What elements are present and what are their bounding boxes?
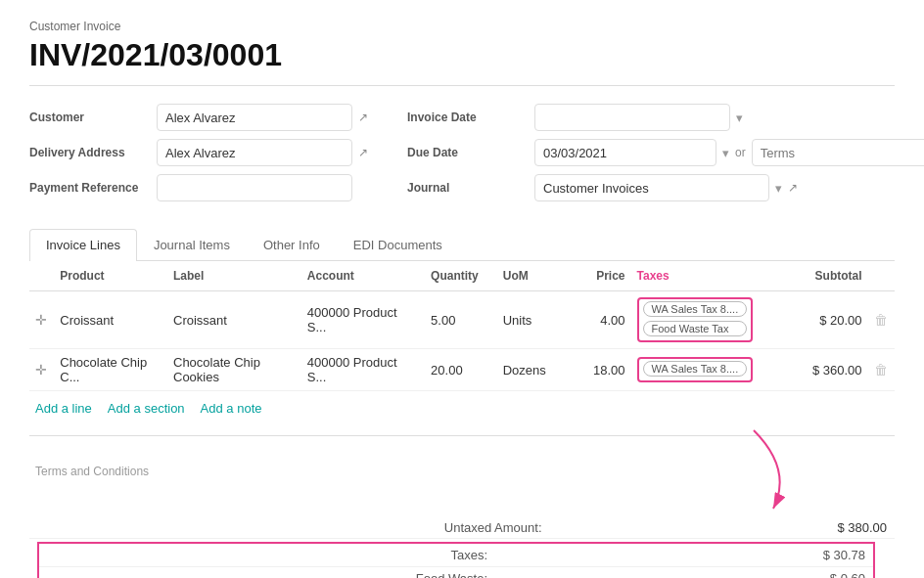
- delivery-input[interactable]: [157, 139, 352, 166]
- journal-label: Journal: [407, 181, 534, 195]
- journal-ext-link[interactable]: ↗: [788, 181, 798, 195]
- invoice-date-dropdown[interactable]: ▾: [736, 111, 743, 125]
- customer-input[interactable]: [157, 104, 352, 131]
- product-2[interactable]: Chocolate Chip C...: [54, 349, 167, 391]
- customer-label: Customer: [29, 111, 157, 124]
- food-waste-label: Food Waste:: [38, 567, 507, 579]
- taxes-total-value: $ 30.78: [507, 543, 874, 567]
- taxes-2[interactable]: WA Sales Tax 8....: [631, 349, 775, 391]
- payment-ref-input[interactable]: [157, 174, 352, 201]
- due-date-label: Due Date: [407, 146, 534, 159]
- price-2[interactable]: 18.00: [569, 349, 630, 391]
- col-header-account: Account: [301, 261, 425, 291]
- drag-handle-1[interactable]: ✛: [35, 312, 47, 328]
- delete-row-1[interactable]: 🗑: [874, 312, 888, 328]
- tab-other-info[interactable]: Other Info: [247, 229, 337, 260]
- col-header-product: Product: [54, 261, 167, 291]
- tab-journal-items[interactable]: Journal Items: [137, 229, 247, 260]
- delivery-label: Delivery Address: [29, 146, 157, 159]
- col-header-label: Label: [167, 261, 301, 291]
- delete-row-2[interactable]: 🗑: [874, 362, 888, 378]
- tax-badge-1-1[interactable]: WA Sales Tax 8....: [643, 301, 748, 317]
- food-waste-value: $ 0.60: [507, 567, 874, 579]
- table-row: ✛ Croissant Croissant 400000 Product S..…: [29, 291, 895, 349]
- invoice-date-label: Invoice Date: [407, 111, 534, 124]
- product-1[interactable]: Croissant: [54, 291, 167, 349]
- subtotal-1: $ 20.00: [775, 291, 868, 349]
- customer-ext-link[interactable]: ↗: [358, 111, 368, 124]
- journal-dropdown[interactable]: ▾: [775, 181, 782, 196]
- col-header-uom: UoM: [497, 261, 570, 291]
- uom-1[interactable]: Units: [497, 291, 570, 349]
- taxes-1[interactable]: WA Sales Tax 8.... Food Waste Tax: [631, 291, 775, 349]
- add-section-link[interactable]: Add a section: [108, 401, 185, 416]
- untaxed-label: Untaxed Amount:: [29, 517, 562, 539]
- delivery-ext-link[interactable]: ↗: [358, 146, 368, 159]
- invoice-date-input[interactable]: [534, 104, 730, 131]
- due-date-input[interactable]: [534, 139, 716, 166]
- drag-handle-2[interactable]: ✛: [35, 362, 47, 378]
- tab-edi-documents[interactable]: EDI Documents: [337, 229, 459, 260]
- taxes-total-label: Taxes:: [38, 543, 507, 567]
- add-note-link[interactable]: Add a note: [201, 401, 262, 416]
- label-2[interactable]: Chocolate Chip Cookies: [167, 349, 301, 391]
- document-title: INV/2021/03/0001: [29, 37, 895, 73]
- subtotal-2: $ 360.00: [775, 349, 868, 391]
- account-2[interactable]: 400000 Product S...: [301, 349, 425, 391]
- col-header-taxes: Taxes: [631, 261, 775, 291]
- journal-input[interactable]: [534, 174, 769, 201]
- untaxed-value: $ 380.00: [562, 517, 895, 539]
- tab-invoice-lines[interactable]: Invoice Lines: [29, 229, 137, 261]
- tabs-container: Invoice Lines Journal Items Other Info E…: [29, 229, 895, 261]
- table-row: ✛ Chocolate Chip C... Chocolate Chip Coo…: [29, 349, 895, 391]
- price-1[interactable]: 4.00: [569, 291, 630, 349]
- qty-2[interactable]: 20.00: [425, 349, 497, 391]
- uom-2[interactable]: Dozens: [497, 349, 570, 391]
- document-type: Customer Invoice: [29, 20, 895, 33]
- col-header-qty: Quantity: [425, 261, 497, 291]
- add-line-link[interactable]: Add a line: [35, 401, 92, 416]
- tax-badge-2-1[interactable]: WA Sales Tax 8....: [643, 361, 748, 377]
- terms-input[interactable]: [752, 139, 924, 166]
- due-date-dropdown[interactable]: ▾: [722, 146, 729, 160]
- terms-conditions-label: Terms and Conditions: [35, 465, 149, 478]
- payment-ref-label: Payment Reference: [29, 181, 157, 195]
- qty-1[interactable]: 5.00: [425, 291, 497, 349]
- or-text: or: [735, 146, 746, 159]
- tax-badge-1-2[interactable]: Food Waste Tax: [643, 321, 748, 336]
- account-1[interactable]: 400000 Product S...: [301, 291, 425, 349]
- label-1[interactable]: Croissant: [167, 291, 301, 349]
- col-header-subtotal: Subtotal: [775, 261, 868, 291]
- col-header-price: Price: [569, 261, 630, 291]
